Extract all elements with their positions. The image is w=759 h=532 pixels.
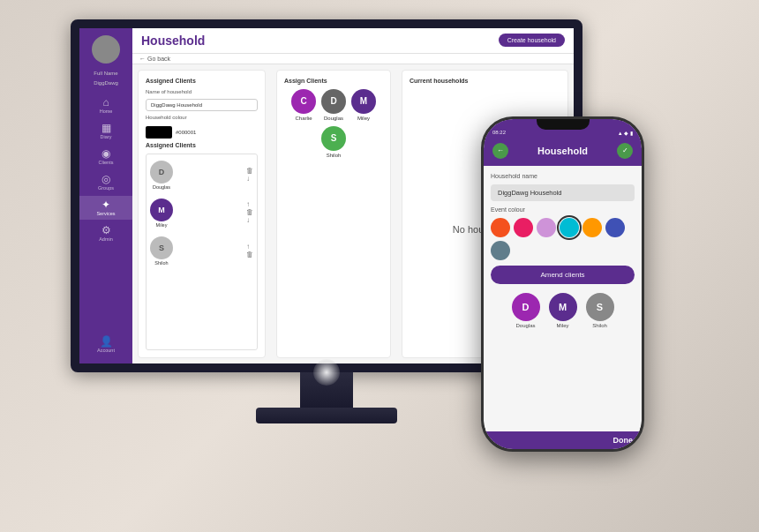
color-option-pink[interactable] (514, 218, 533, 237)
color-option-orange[interactable] (491, 218, 510, 237)
topbar: Household Create household (132, 28, 574, 54)
sidebar-item-services[interactable]: ✦ Services (79, 196, 132, 220)
phone-body: 08:22 ▲ ◆ ▮ ← Household ✓ Household name… (481, 116, 644, 452)
sidebar-item-groups-label: Groups (98, 185, 114, 191)
sidebar-item-diary[interactable]: ▦ Diary (79, 119, 132, 143)
assign-name-douglas: Douglas (324, 116, 343, 121)
phone-time: 08:22 (492, 130, 506, 135)
assign-avatar-charlie: C (291, 89, 316, 114)
monitor-stand-base (256, 408, 397, 423)
list-item[interactable]: D Douglas (321, 89, 346, 121)
household-name-label: Name of household (146, 89, 258, 94)
list-item: S Shiloh (586, 293, 614, 328)
sidebar-item-admin[interactable]: ⚙ Admin (79, 221, 132, 245)
client-name-douglas: Douglas (153, 184, 170, 190)
phone-topbar: ← Household ✓ (484, 139, 642, 166)
table-row: D Douglas 🗑 ↓ (150, 158, 253, 192)
assign-avatar-douglas: D (321, 89, 346, 114)
sidebar-account-label: Account (97, 348, 115, 353)
page-title: Household (141, 34, 205, 48)
list-item[interactable]: S Shiloh (321, 126, 346, 158)
sidebar-nav: ⌂ Home ▦ Diary ◉ Clients (79, 94, 132, 245)
back-link[interactable]: ← Go back (132, 54, 574, 64)
list-item[interactable]: M Miley (351, 89, 376, 121)
assign-name-charlie: Charlie (295, 116, 312, 121)
user-sub: DiggDawg (94, 80, 118, 86)
move-down-icon[interactable]: ↓ (246, 176, 253, 183)
color-row: #000001 (146, 126, 258, 139)
color-swatch[interactable] (146, 126, 172, 139)
phone-title: Household (537, 146, 588, 156)
clients-icon: ◉ (101, 148, 110, 159)
phone-client-name-shiloh: Shiloh (592, 323, 607, 328)
phone-household-name-input[interactable]: DiggDawg Household (491, 184, 635, 201)
assign-clients-title: Assign Clients (284, 78, 383, 84)
sidebar-item-clients-label: Clients (99, 160, 114, 165)
phone-client-avatar-douglas: D (512, 293, 540, 321)
client-info-shiloh: S Shiloh (150, 236, 173, 266)
sidebar-item-diary-label: Diary (101, 134, 112, 139)
back-link-label: Go back (147, 56, 170, 62)
groups-icon: ◎ (101, 174, 110, 184)
diary-icon: ▦ (101, 123, 111, 133)
client-info-douglas: D Douglas (150, 161, 173, 190)
phone-event-colour-label: Event colour (491, 206, 635, 213)
move-up-icon[interactable]: ↑ (246, 244, 253, 251)
household-name-input[interactable] (146, 99, 258, 111)
assign-avatar-shiloh: S (321, 126, 346, 151)
client-avatar-miley: M (150, 199, 173, 221)
table-row: M Miley ↑ 🗑 ↓ (150, 196, 253, 230)
sidebar-bottom: 👤 Account (95, 333, 116, 363)
household-color-label: Household colour (146, 115, 258, 120)
assign-avatar-miley: M (351, 89, 376, 114)
move-down-icon[interactable]: ↓ (246, 217, 253, 224)
sidebar-item-home[interactable]: ⌂ Home (79, 94, 132, 117)
assign-clients-grid: C Charlie D Douglas M Mi (284, 89, 383, 158)
client-name-miley: Miley (156, 222, 168, 228)
assigned-clients-title: Assigned Clients (146, 78, 258, 84)
home-icon: ⌂ (102, 97, 109, 108)
assigned-clients-list: D Douglas 🗑 ↓ (146, 154, 258, 350)
phone-household-name-label: Household name (491, 173, 635, 179)
assign-name-shiloh: Shiloh (327, 153, 342, 158)
phone-amend-clients-button[interactable]: Amend clients (491, 266, 635, 284)
phone-check-button[interactable]: ✓ (617, 143, 633, 159)
client-avatar-douglas: D (150, 161, 173, 184)
phone-clients-list: D Douglas M Miley S Shiloh (491, 293, 635, 328)
list-item[interactable]: C Charlie (291, 89, 316, 121)
phone-screen: 08:22 ▲ ◆ ▮ ← Household ✓ Household name… (484, 119, 642, 449)
client-info-miley: M Miley (150, 199, 173, 228)
color-option-lightpurple[interactable] (537, 218, 556, 237)
phone-signal-icons: ▲ ◆ ▮ (618, 130, 633, 136)
phone-done-label[interactable]: Done (484, 431, 642, 449)
phone-client-avatar-miley: M (549, 293, 577, 321)
client-actions-shiloh: ↑ 🗑 (246, 244, 253, 259)
color-option-blue[interactable] (605, 218, 625, 237)
move-up-icon[interactable]: ↑ (246, 201, 253, 208)
color-option-grey[interactable] (491, 241, 510, 260)
sidebar-item-services-label: Services (96, 211, 115, 216)
delete-icon[interactable]: 🗑 (246, 209, 253, 216)
account-icon: 👤 (100, 336, 113, 347)
sidebar-item-groups[interactable]: ◎ Groups (79, 170, 132, 194)
sidebar-item-home-label: Home (100, 109, 113, 114)
delete-icon[interactable]: 🗑 (246, 168, 253, 175)
create-household-button[interactable]: Create household (499, 34, 565, 47)
list-item: D Douglas (512, 293, 540, 328)
color-option-amber[interactable] (582, 218, 602, 237)
client-avatar-shiloh: S (150, 236, 173, 259)
sidebar: Full Name DiggDawg ⌂ Home ▦ Diary (79, 28, 132, 363)
sidebar-item-admin-label: Admin (99, 236, 113, 242)
assign-name-miley: Miley (357, 116, 370, 121)
monitor-glow (313, 359, 340, 386)
current-households-title: Current households (410, 78, 560, 84)
color-option-cyan[interactable] (560, 218, 579, 237)
sidebar-item-clients[interactable]: ◉ Clients (79, 145, 132, 169)
sidebar-item-account[interactable]: 👤 Account (95, 333, 116, 356)
user-name: Full Name (94, 71, 117, 77)
phone-client-avatar-shiloh: S (586, 293, 614, 321)
phone-back-button[interactable]: ← (492, 143, 508, 159)
delete-icon[interactable]: 🗑 (246, 251, 253, 259)
admin-icon: ⚙ (101, 225, 111, 236)
client-actions-miley: ↑ 🗑 ↓ (246, 201, 253, 224)
